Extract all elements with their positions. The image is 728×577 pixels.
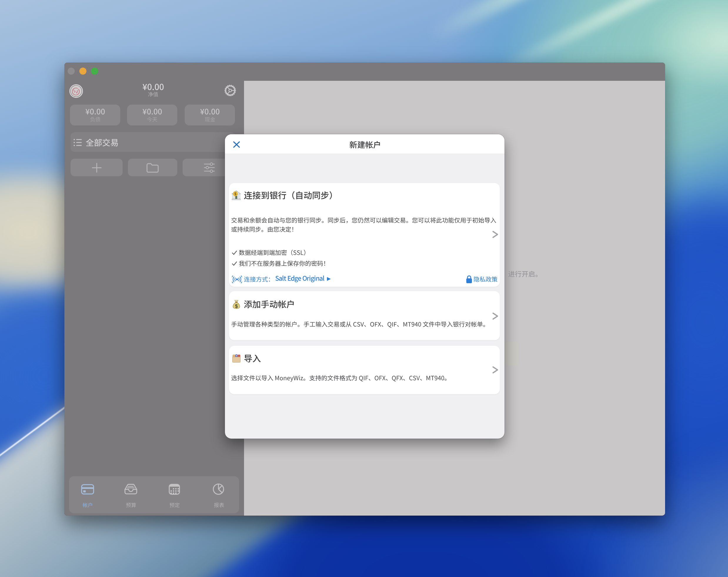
svg-text:$: $ bbox=[235, 304, 238, 309]
svg-text:$: $ bbox=[234, 192, 237, 196]
